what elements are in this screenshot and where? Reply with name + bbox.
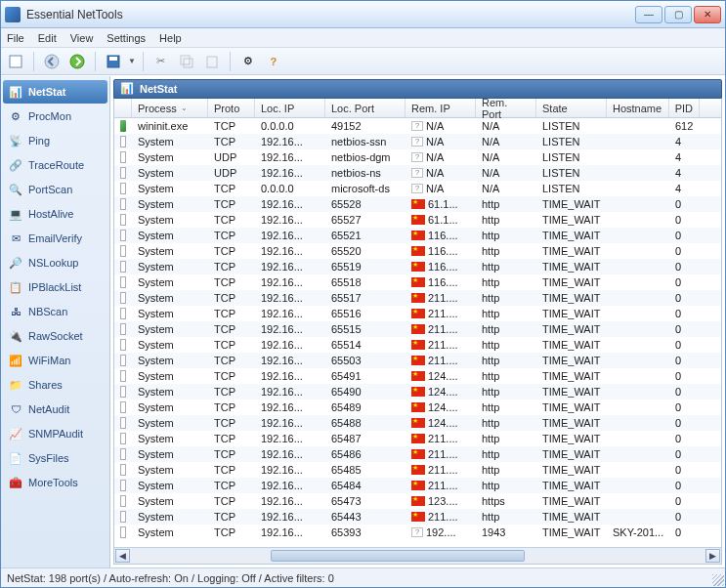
scroll-thumb[interactable] bbox=[271, 550, 525, 562]
table-row[interactable]: SystemTCP192.16...65518 116....httpTIME_… bbox=[114, 274, 721, 290]
toolbar-paste-icon[interactable] bbox=[201, 51, 223, 72]
resize-grip-icon[interactable] bbox=[712, 574, 724, 586]
toolbar-save-icon[interactable] bbox=[103, 51, 124, 72]
table-row[interactable]: SystemTCP192.16...65393? 192....1943TIME… bbox=[114, 525, 721, 540]
menu-help[interactable]: Help bbox=[159, 32, 182, 44]
table-row[interactable]: SystemTCP192.16...65488 124....httpTIME_… bbox=[114, 415, 721, 431]
cell: System bbox=[132, 212, 208, 228]
table-row[interactable]: SystemTCP192.16...65519 116....httpTIME_… bbox=[114, 259, 721, 274]
cell: 65516 bbox=[325, 306, 406, 321]
table-row[interactable]: SystemTCP192.16...65473 123....httpsTIME… bbox=[114, 493, 721, 509]
sidebar-item-netstat[interactable]: 📊NetStat bbox=[3, 80, 107, 104]
column-icon[interactable] bbox=[114, 99, 132, 117]
sidebar-item-rawsocket[interactable]: 🔌RawSocket bbox=[3, 324, 107, 348]
table-row[interactable]: SystemTCP192.16...netbios-ssn? N/AN/ALIS… bbox=[114, 134, 721, 149]
sidebar-item-ping[interactable]: 📡Ping bbox=[3, 129, 107, 152]
toolbar-back-icon[interactable] bbox=[41, 51, 63, 72]
table-row[interactable]: SystemTCP192.16...65487 211....httpTIME_… bbox=[114, 431, 721, 446]
column-proto[interactable]: Proto bbox=[208, 99, 255, 117]
table-row[interactable]: SystemTCP192.16...65528 61.1...httpTIME_… bbox=[114, 196, 721, 212]
horizontal-scrollbar[interactable]: ◀ ▶ bbox=[114, 547, 721, 564]
column-process[interactable]: Process⌄ bbox=[132, 99, 208, 117]
cell: TIME_WAIT bbox=[536, 525, 607, 540]
menu-settings[interactable]: Settings bbox=[107, 32, 146, 44]
sidebar-item-moretools[interactable]: 🧰MoreTools bbox=[3, 471, 107, 494]
table-row[interactable]: SystemTCP192.16...65490 124....httpTIME_… bbox=[114, 384, 721, 399]
table-row[interactable]: SystemTCP192.16...65514 211....httpTIME_… bbox=[114, 337, 721, 353]
sidebar-item-nslookup[interactable]: 🔎NSLookup bbox=[3, 251, 107, 274]
table-row[interactable]: SystemTCP0.0.0.0microsoft-ds? N/AN/ALIST… bbox=[114, 181, 721, 196]
table-row[interactable]: SystemTCP192.16...65485 211....httpTIME_… bbox=[114, 462, 721, 478]
toolbar-copy-icon[interactable] bbox=[176, 51, 197, 72]
sort-indicator-icon: ⌄ bbox=[181, 104, 188, 112]
column-locport[interactable]: Loc. Port bbox=[325, 99, 406, 117]
toolbar-cut-icon[interactable]: ✂ bbox=[150, 51, 172, 72]
column-locip[interactable]: Loc. IP bbox=[255, 99, 325, 117]
cell: TIME_WAIT bbox=[536, 462, 607, 478]
sidebar-item-procmon[interactable]: ⚙ProcMon bbox=[3, 105, 107, 128]
cell: System bbox=[132, 165, 208, 181]
column-remip[interactable]: Rem. IP bbox=[406, 99, 476, 117]
table-row[interactable]: SystemTCP192.16...65491 124....httpTIME_… bbox=[114, 368, 721, 384]
table-row[interactable]: SystemTCP192.16...65443 211....httpTIME_… bbox=[114, 509, 721, 525]
cell: http bbox=[476, 212, 536, 228]
sidebar-icon: 📊 bbox=[9, 85, 22, 99]
scroll-left-icon[interactable]: ◀ bbox=[115, 549, 130, 563]
table-row[interactable]: SystemTCP192.16...65517 211....httpTIME_… bbox=[114, 290, 721, 306]
cell: 192.16... bbox=[255, 353, 325, 368]
sidebar-item-nbscan[interactable]: 🖧NBScan bbox=[3, 300, 107, 323]
cell: 116.... bbox=[406, 259, 476, 274]
sidebar-item-shares[interactable]: 📁Shares bbox=[3, 373, 107, 397]
cell: System bbox=[132, 525, 208, 540]
dropdown-arrow-icon[interactable]: ▼ bbox=[128, 57, 136, 65]
minimize-button[interactable]: — bbox=[635, 6, 662, 23]
titlebar[interactable]: Essential NetTools — ▢ ✕ bbox=[1, 1, 725, 28]
maximize-button[interactable]: ▢ bbox=[664, 6, 692, 23]
menu-file[interactable]: File bbox=[7, 32, 24, 44]
toolbar-settings-icon[interactable]: ⚙ bbox=[237, 51, 259, 72]
menu-view[interactable]: View bbox=[70, 32, 94, 44]
table-row[interactable]: SystemTCP192.16...65520 116....httpTIME_… bbox=[114, 243, 721, 259]
table-row[interactable]: SystemUDP192.16...netbios-dgm? N/AN/ALIS… bbox=[114, 149, 721, 165]
sidebar-item-netaudit[interactable]: 🛡NetAudit bbox=[3, 398, 107, 421]
table-row[interactable]: SystemTCP192.16...65486 211....httpTIME_… bbox=[114, 446, 721, 462]
table-row[interactable]: SystemUDP192.16...netbios-ns? N/AN/ALIST… bbox=[114, 165, 721, 181]
scroll-right-icon[interactable]: ▶ bbox=[705, 549, 720, 563]
sidebar-item-sysfiles[interactable]: 📄SysFiles bbox=[3, 446, 107, 470]
toolbar-help-icon[interactable]: ? bbox=[263, 51, 284, 72]
cell bbox=[114, 368, 132, 384]
table-row[interactable]: SystemTCP192.16...65503 211....httpTIME_… bbox=[114, 353, 721, 368]
cell: TIME_WAIT bbox=[536, 446, 607, 462]
cell bbox=[114, 274, 132, 290]
sidebar-item-hostalive[interactable]: 💻HostAlive bbox=[3, 202, 107, 226]
sidebar-item-snmpaudit[interactable]: 📈SNMPAudit bbox=[3, 422, 107, 445]
toolbar-forward-icon[interactable] bbox=[66, 51, 88, 72]
table-row[interactable]: SystemTCP192.16...65484 211....httpTIME_… bbox=[114, 478, 721, 493]
grid-body[interactable]: wininit.exeTCP0.0.0.049152? N/AN/ALISTEN… bbox=[114, 118, 721, 547]
table-row[interactable]: SystemTCP192.16...65515 211....httpTIME_… bbox=[114, 321, 721, 337]
column-remport[interactable]: Rem. Port bbox=[476, 99, 536, 117]
table-row[interactable]: wininit.exeTCP0.0.0.049152? N/AN/ALISTEN… bbox=[114, 118, 721, 134]
column-hostname[interactable]: Hostname bbox=[607, 99, 669, 117]
cell bbox=[114, 290, 132, 306]
cell: TIME_WAIT bbox=[536, 353, 607, 368]
menu-edit[interactable]: Edit bbox=[38, 32, 57, 44]
cell bbox=[607, 353, 669, 368]
sidebar-item-emailverify[interactable]: ✉EmailVerify bbox=[3, 227, 107, 250]
sidebar-item-traceroute[interactable]: 🔗TraceRoute bbox=[3, 153, 107, 177]
sidebar-item-portscan[interactable]: 🔍PortScan bbox=[3, 178, 107, 201]
table-row[interactable]: SystemTCP192.16...65516 211....httpTIME_… bbox=[114, 306, 721, 321]
column-state[interactable]: State bbox=[536, 99, 607, 117]
cell: TCP bbox=[208, 196, 255, 212]
table-row[interactable]: SystemTCP192.16...65527 61.1...httpTIME_… bbox=[114, 212, 721, 228]
sidebar-item-ipblacklist[interactable]: 📋IPBlackList bbox=[3, 275, 107, 299]
table-row[interactable]: SystemTCP192.16...65489 124....httpTIME_… bbox=[114, 399, 721, 415]
cell: 192.16... bbox=[255, 384, 325, 399]
sidebar-item-wifiman[interactable]: 📶WiFiMan bbox=[3, 349, 107, 372]
toolbar-new-icon[interactable] bbox=[5, 51, 26, 72]
column-pid[interactable]: PID bbox=[669, 99, 700, 117]
table-row[interactable]: SystemTCP192.16...65521 116....httpTIME_… bbox=[114, 228, 721, 243]
cell: TIME_WAIT bbox=[536, 212, 607, 228]
close-button[interactable]: ✕ bbox=[694, 6, 721, 23]
process-page-icon bbox=[120, 480, 126, 491]
